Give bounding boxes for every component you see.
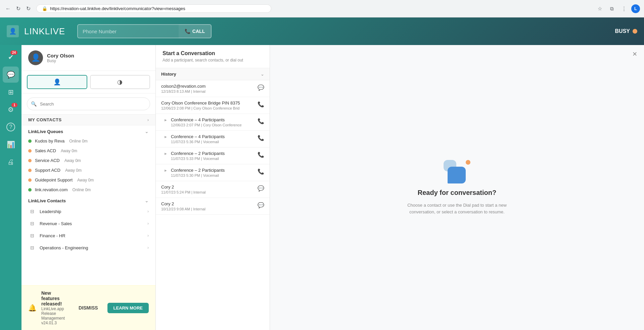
- queue-item-service[interactable]: Service ACD Away 0m: [21, 156, 155, 165]
- queue-item-kudos[interactable]: Kudos by Reva Online 0m: [21, 136, 155, 146]
- queue-status-dot-support: [28, 169, 32, 172]
- queues-chevron: ⌄: [145, 129, 149, 134]
- group-name-revenue-sales: Revenue - Sales: [40, 221, 144, 226]
- history-item-colson2[interactable]: colson2@revation.com 12/18/23 8:13 AM | …: [156, 80, 270, 97]
- queue-status-dot-link-revation: [28, 188, 32, 192]
- refresh-button[interactable]: ↻: [24, 5, 32, 13]
- group-item-finance-hr[interactable]: ⊟ Finance - HR ›: [21, 230, 155, 242]
- history-item-title-conf-1: Conference – 4 Participants: [171, 117, 254, 122]
- queue-item-sales[interactable]: Sales ACD Away 0m: [21, 146, 155, 156]
- avatar-icon: 👤: [31, 53, 40, 62]
- history-item-title-conf-bridge: Cory Olson Conference Bridge PIN 8375: [161, 100, 254, 106]
- phone-icon-conf-1: 📞: [258, 118, 264, 124]
- notification-bell-icon: 🔔: [28, 304, 37, 312]
- print-icon: 🖨: [7, 158, 14, 166]
- queues-section: LinkLive Queues ⌄ Kudos by Reva Online 0…: [21, 125, 155, 285]
- history-item-title-conf-4: Conference – 2 Participants: [171, 168, 254, 173]
- expand-icon-conf-3[interactable]: ►: [164, 152, 168, 156]
- history-item-cory2-2[interactable]: Cory 2 10/12/23 9:08 AM | Internal 💬: [156, 198, 270, 215]
- group-item-operations-engineering[interactable]: ⊟ Operations - Engineering ›: [21, 242, 155, 254]
- queue-item-link-revation[interactable]: link.revation.com Online 0m: [21, 185, 155, 195]
- ready-illustration: Ready for conversation? Choose a contact…: [400, 160, 514, 215]
- history-item-title-conf-2: Conference – 4 Participants: [171, 134, 254, 139]
- profile-button[interactable]: L: [631, 4, 640, 13]
- expand-icon-conf-1[interactable]: ►: [164, 118, 168, 122]
- nav-item-messages[interactable]: 💬: [3, 67, 19, 83]
- close-button[interactable]: ✕: [632, 50, 637, 58]
- analytics-icon: 📊: [7, 140, 15, 149]
- nav-item-grid[interactable]: ⊞: [3, 84, 19, 100]
- queue-item-support[interactable]: Support ACD Away 0m: [21, 165, 155, 175]
- history-item-title-cory2-2: Cory 2: [161, 201, 254, 206]
- nav-item-print[interactable]: 🖨: [3, 154, 19, 170]
- nav-item-analytics[interactable]: 📊: [3, 136, 19, 153]
- queue-name-support: Support ACD: [35, 168, 60, 173]
- history-item-title-conf-3: Conference – 2 Participants: [171, 151, 254, 156]
- history-item-content-conf-4: Conference – 2 Participants 11/07/23 5:3…: [171, 168, 254, 177]
- address-bar[interactable]: 🔒 https://revation-uat.linklive.dev/link…: [36, 4, 271, 13]
- history-item-content-conf-3: Conference – 2 Participants 11/07/23 5:3…: [171, 151, 254, 161]
- nav-item-tasks[interactable]: ✔ 24: [3, 49, 19, 65]
- history-item-meta-conf-2: 11/07/23 5:36 PM | Voicemail: [171, 140, 254, 144]
- linklive-queues-title: LinkLive Queues: [28, 129, 63, 134]
- linklive-contacts-header[interactable]: LinkLive Contacts ⌄: [21, 195, 155, 205]
- menu-button[interactable]: ⋮: [619, 4, 629, 13]
- call-button[interactable]: 📞 CALL: [179, 24, 212, 38]
- extensions-button[interactable]: ⧉: [607, 4, 616, 13]
- history-item-cory2-1[interactable]: Cory 2 11/07/23 5:24 PM | Internal 💬: [156, 181, 270, 198]
- star-button[interactable]: ☆: [595, 4, 604, 13]
- forward-button[interactable]: ↻: [14, 5, 22, 13]
- app: 👤 LINKLIVE 📞 CALL BUSY ✔ 24 💬: [0, 17, 644, 330]
- queue-name-sales: Sales ACD: [35, 148, 56, 153]
- my-contacts-header[interactable]: MY CONTACTS ›: [21, 114, 155, 125]
- nav-item-help[interactable]: ?: [3, 119, 19, 135]
- ready-subtitle: Choose a contact or use the Dial pad to …: [400, 202, 514, 215]
- history-section-header[interactable]: History ⌄: [156, 68, 270, 80]
- expand-icon-conf-4[interactable]: ►: [164, 168, 168, 172]
- history-item-conf-1[interactable]: ► Conference – 4 Participants 12/06/23 2…: [156, 114, 270, 131]
- history-item-meta-cory2-1: 11/07/23 5:24 PM | Internal: [161, 190, 254, 194]
- history-item-conf-bridge[interactable]: Cory Olson Conference Bridge PIN 8375 12…: [156, 97, 270, 114]
- back-button[interactable]: ←: [4, 5, 12, 13]
- ready-title: Ready for conversation?: [418, 189, 497, 197]
- phone-number-input[interactable]: [77, 24, 179, 38]
- queue-name-service: Service ACD: [35, 158, 60, 163]
- notification-subtitle: LinkLive.app Release Management v24.01.3: [41, 306, 69, 325]
- nav-item-settings[interactable]: ⚙ 1: [3, 101, 19, 118]
- queue-item-guidepoint[interactable]: Guidepoint Support Away 0m: [21, 175, 155, 185]
- expand-icon-conf-2[interactable]: ►: [164, 135, 168, 139]
- tab-contacts[interactable]: 👤: [27, 75, 87, 89]
- group-chevron-leadership: ›: [147, 209, 149, 214]
- tab-dial[interactable]: ◑: [90, 75, 150, 89]
- user-icon: 👤: [9, 28, 16, 35]
- close-icon: ✕: [632, 51, 637, 57]
- my-contacts-chevron: ›: [147, 118, 149, 122]
- main-area: ✕ Ready for conversation? Choose a conta…: [270, 45, 644, 330]
- group-name-leadership: Leadership: [40, 209, 144, 214]
- search-input[interactable]: [27, 97, 150, 110]
- group-item-revenue-sales[interactable]: ⊟ Revenue - Sales ›: [21, 217, 155, 230]
- logo: LINKLIVE: [24, 26, 65, 37]
- history-item-conf-4[interactable]: ► Conference – 2 Participants 11/07/23 5…: [156, 164, 270, 181]
- group-icon-leadership: ⊟: [28, 208, 36, 215]
- learn-more-button[interactable]: LEARN MORE: [107, 303, 149, 313]
- history-item-content-conf-1: Conference – 4 Participants 12/06/23 2:0…: [171, 117, 254, 127]
- history-item-conf-2[interactable]: ► Conference – 4 Participants 11/07/23 5…: [156, 131, 270, 148]
- history-list: colson2@revation.com 12/18/23 8:13 AM | …: [156, 80, 270, 330]
- history-item-conf-3[interactable]: ► Conference – 2 Participants 11/07/23 5…: [156, 148, 270, 164]
- history-item-content-colson2: colson2@revation.com 12/18/23 8:13 AM | …: [161, 84, 254, 93]
- group-item-leadership[interactable]: ⊟ Leadership ›: [21, 205, 155, 217]
- dismiss-button[interactable]: DISMISS: [74, 303, 103, 313]
- notification-title: New features released!: [41, 290, 69, 306]
- chat-icon-cory2-2: 💬: [258, 202, 264, 208]
- user-icon-button[interactable]: 👤: [7, 25, 19, 37]
- search-bar: 🔍: [27, 97, 150, 110]
- linklive-queues-header[interactable]: LinkLive Queues ⌄: [21, 125, 155, 136]
- group-chevron-revenue-sales: ›: [147, 221, 149, 226]
- search-icon: 🔍: [31, 101, 37, 107]
- history-item-meta-colson2: 12/18/23 8:13 AM | Internal: [161, 89, 254, 93]
- group-icon-operations-engineering: ⊟: [28, 244, 36, 251]
- logo-light: LIVE: [45, 26, 65, 36]
- history-item-title-cory2-1: Cory 2: [161, 184, 254, 190]
- notification-text: New features released! LinkLive.app Rele…: [41, 290, 69, 325]
